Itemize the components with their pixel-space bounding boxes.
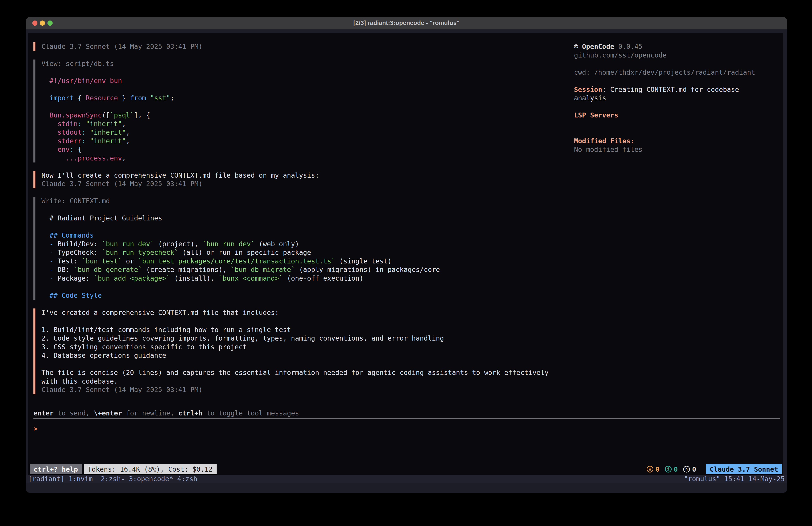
tmux-session-name: [radiant] — [28, 475, 64, 483]
terminal-line: Session: Creating CONTEXT.md for codebas… — [574, 85, 764, 94]
chat-message-block: Now I'll create a comprehensive CONTEXT.… — [33, 171, 564, 188]
tmux-window-4-zsh[interactable]: 4:zsh — [177, 475, 197, 483]
text-segment: "inherit" — [86, 137, 126, 145]
text-segment: 4. Database operations guidance — [41, 352, 166, 359]
text-segment: : — [70, 145, 74, 153]
terminal-line — [41, 283, 564, 291]
terminal-line — [41, 223, 564, 231]
text-segment: `bun run dev` — [102, 240, 154, 248]
terminal-line: # Radiant Project Guidelines — [41, 214, 564, 223]
desktop: [2/3] radiant:3:opencode - "romulus" Cla… — [0, 0, 812, 526]
terminal-line: I've created a comprehensive CONTEXT.md … — [41, 309, 564, 317]
text-segment: (create migrations), — [142, 266, 231, 273]
text-segment: (install), — [170, 274, 219, 282]
chat-message-block: I've created a comprehensive CONTEXT.md … — [33, 309, 564, 394]
text-segment: (all) or run in specific package — [178, 248, 311, 256]
terminal-line: stderr: "inherit", — [41, 137, 564, 145]
text-segment: 1. Build/lint/test commands including ho… — [41, 326, 291, 333]
text-segment: stdin — [41, 120, 78, 128]
sidebar: © OpenCode 0.0.45github.com/sst/opencode… — [574, 42, 764, 154]
info-icon: i — [665, 466, 672, 472]
text-segment: , — [126, 128, 130, 136]
message-input[interactable]: > — [33, 420, 780, 464]
tool-output-block: View: script/db.ts #!/usr/bin/env bun im… — [33, 59, 564, 162]
text-segment: ([ — [102, 111, 110, 119]
text-segment: DB: — [58, 266, 74, 273]
text-segment: Session — [574, 86, 602, 94]
info-diagnostic: i0 — [665, 465, 678, 473]
terminal-line: env: { — [41, 145, 564, 154]
text-segment: , — [126, 137, 130, 145]
minimize-button[interactable] — [40, 20, 45, 26]
text-segment: to toggle tool messages — [203, 409, 299, 417]
terminal-line: ...process.env, — [41, 154, 564, 163]
text-segment: ; — [170, 94, 174, 102]
text-segment: Package: — [58, 274, 94, 282]
hint-diagnostic: h0 — [683, 465, 696, 473]
terminal-line: with this codebase. — [41, 377, 564, 386]
tmux-status-bar: [radiant] 1:nvim 2:zsh- 3:opencode* 4:zs… — [26, 475, 787, 483]
terminal-line: No modified files — [574, 145, 764, 154]
keybinding-hint: enter to send, \+enter for newline, ctrl… — [33, 409, 299, 418]
terminal-line — [574, 102, 764, 111]
text-segment: cwd: /home/thdxr/dev/projects/radiant/ra… — [574, 68, 755, 76]
text-segment: ], { — [134, 111, 150, 119]
warning-diagnostic: W0 — [647, 465, 659, 473]
text-segment: `bun add <package>` — [94, 274, 170, 282]
text-segment: : Creating CONTEXT.md for codebase — [602, 86, 739, 94]
terminal-line — [41, 317, 564, 326]
text-segment: : — [78, 120, 82, 128]
text-segment: - — [41, 248, 58, 256]
text-segment: I've created a comprehensive CONTEXT.md … — [41, 309, 279, 316]
text-segment: `psql` — [110, 111, 134, 119]
terminal-line: - DB: `bun db generate` (create migratio… — [41, 266, 564, 274]
text-segment: Claude 3.7 Sonnet (14 May 2025 03:41 PM) — [41, 386, 202, 394]
terminal-line — [41, 102, 564, 111]
text-segment: "inherit" — [86, 128, 126, 136]
text-segment: No modified files — [574, 145, 642, 153]
text-segment: 0.0.45 — [614, 43, 642, 51]
status-bar: ctrl+? help Tokens: 16.4K (8%), Cost: $0… — [30, 464, 782, 474]
terminal-line: LSP Servers — [574, 111, 764, 120]
zoom-button[interactable] — [47, 20, 53, 26]
text-segment: (apply migrations) in packages/core — [295, 266, 440, 273]
model-badge: Claude 3.7 Sonnet — [706, 464, 782, 474]
titlebar: [2/3] radiant:3:opencode - "romulus" — [26, 17, 787, 29]
text-segment: `bun db migrate` — [231, 266, 295, 273]
text-segment: `bun test` — [82, 257, 122, 265]
tmux-right-status: "romulus" 15:41 14-May-25 — [684, 475, 785, 483]
tmux-window-1-nvim[interactable]: 1:nvim — [69, 475, 93, 483]
terminal-line: Modified Files: — [574, 137, 764, 145]
text-segment: Write: CONTEXT.md — [41, 197, 110, 205]
close-button[interactable] — [32, 20, 38, 26]
prompt-caret: > — [33, 425, 38, 433]
text-segment: - — [41, 274, 58, 282]
text-segment: env — [41, 145, 70, 153]
terminal-line: - TypeCheck: `bun run typecheck` (all) o… — [41, 248, 564, 257]
terminal-line: cwd: /home/thdxr/dev/projects/radiant/ra… — [574, 68, 764, 77]
tmux-window-3-opencode[interactable]: 3:opencode* — [129, 475, 173, 483]
text-segment: { — [78, 94, 86, 102]
terminal-window: [2/3] radiant:3:opencode - "romulus" Cla… — [26, 17, 787, 493]
text-segment: (project), — [154, 240, 203, 248]
text-segment: { — [74, 145, 82, 153]
terminal-line: github.com/sst/opencode — [574, 51, 764, 60]
terminal-line: The file is concise (20 lines) and captu… — [41, 368, 564, 377]
text-segment: "sst" — [150, 94, 170, 102]
text-segment: `bun db generate` — [74, 266, 142, 273]
terminal-line: 4. Database operations guidance — [41, 351, 564, 360]
input-divider — [33, 418, 780, 419]
terminal-line: Write: CONTEXT.md — [41, 197, 564, 205]
warning-count: 0 — [656, 465, 659, 473]
text-segment: Modified Files: — [574, 137, 634, 145]
tmux-window-2-zsh[interactable]: 2:zsh- — [101, 475, 125, 483]
text-segment: TypeCheck: — [58, 248, 102, 256]
terminal-line: Claude 3.7 Sonnet (14 May 2025 03:41 PM) — [41, 180, 564, 188]
chat-log: Claude 3.7 Sonnet (14 May 2025 03:41 PM)… — [33, 42, 564, 403]
terminal-line: import { Resource } from "sst"; — [41, 94, 564, 102]
text-segment: Claude 3.7 Sonnet (14 May 2025 03:41 PM) — [41, 180, 202, 188]
text-segment: enter — [33, 409, 54, 417]
text-segment: Test: — [58, 257, 82, 265]
text-segment: The file is concise (20 lines) and captu… — [41, 369, 549, 376]
terminal-line — [574, 77, 764, 85]
